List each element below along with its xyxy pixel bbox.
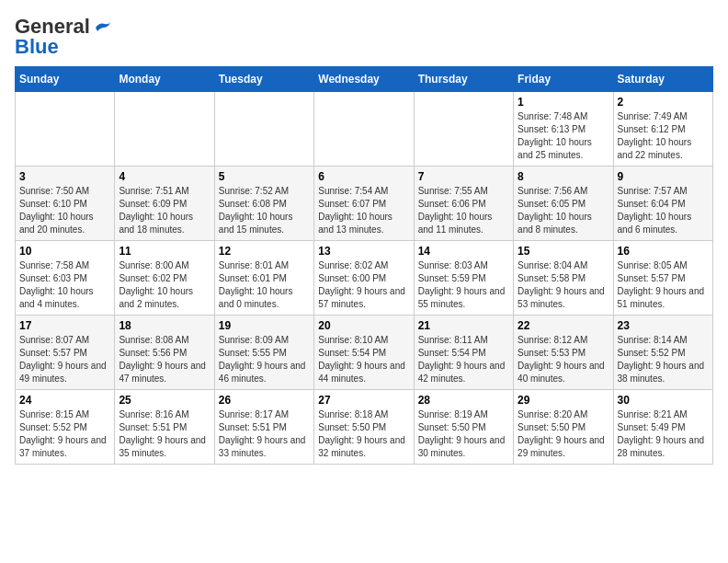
calendar-cell: 14Sunrise: 8:03 AM Sunset: 5:59 PM Dayli… [414, 241, 513, 316]
day-number: 1 [518, 96, 609, 109]
day-number: 8 [518, 170, 609, 183]
calendar-cell: 8Sunrise: 7:56 AM Sunset: 6:05 PM Daylig… [514, 167, 613, 241]
calendar-cell: 7Sunrise: 7:55 AM Sunset: 6:06 PM Daylig… [414, 167, 513, 241]
calendar-cell: 26Sunrise: 8:17 AM Sunset: 5:51 PM Dayli… [214, 390, 313, 465]
day-info: Sunrise: 8:07 AM Sunset: 5:57 PM Dayligh… [19, 334, 110, 385]
calendar-cell: 13Sunrise: 8:02 AM Sunset: 6:00 PM Dayli… [314, 241, 414, 316]
day-info: Sunrise: 8:20 AM Sunset: 5:50 PM Dayligh… [518, 408, 609, 460]
day-number: 21 [418, 319, 509, 332]
calendar-week-row: 3Sunrise: 7:50 AM Sunset: 6:10 PM Daylig… [16, 167, 713, 241]
calendar-cell [414, 92, 513, 167]
calendar-cell [214, 92, 313, 167]
calendar-cell: 17Sunrise: 8:07 AM Sunset: 5:57 PM Dayli… [16, 316, 115, 390]
day-info: Sunrise: 7:58 AM Sunset: 6:03 PM Dayligh… [19, 259, 110, 311]
day-number: 3 [19, 170, 110, 183]
day-number: 26 [219, 394, 310, 407]
calendar-cell: 28Sunrise: 8:19 AM Sunset: 5:50 PM Dayli… [414, 390, 513, 465]
day-info: Sunrise: 8:00 AM Sunset: 6:02 PM Dayligh… [119, 259, 210, 311]
day-number: 25 [119, 394, 210, 407]
day-number: 14 [418, 245, 509, 258]
header: General Blue [15, 15, 713, 59]
day-info: Sunrise: 8:03 AM Sunset: 5:59 PM Dayligh… [418, 259, 509, 311]
calendar-cell: 3Sunrise: 7:50 AM Sunset: 6:10 PM Daylig… [16, 167, 115, 241]
calendar-cell: 9Sunrise: 7:57 AM Sunset: 6:04 PM Daylig… [613, 167, 712, 241]
day-info: Sunrise: 8:17 AM Sunset: 5:51 PM Dayligh… [219, 408, 310, 460]
day-number: 2 [618, 96, 709, 109]
day-number: 22 [518, 319, 609, 332]
day-info: Sunrise: 8:15 AM Sunset: 5:52 PM Dayligh… [19, 408, 110, 460]
day-number: 28 [418, 394, 509, 407]
day-info: Sunrise: 7:54 AM Sunset: 6:07 PM Dayligh… [318, 185, 409, 236]
day-info: Sunrise: 7:50 AM Sunset: 6:10 PM Dayligh… [19, 185, 110, 236]
calendar-cell: 22Sunrise: 8:12 AM Sunset: 5:53 PM Dayli… [514, 316, 613, 390]
day-info: Sunrise: 8:16 AM Sunset: 5:51 PM Dayligh… [119, 408, 210, 460]
day-info: Sunrise: 7:51 AM Sunset: 6:09 PM Dayligh… [119, 185, 210, 236]
day-number: 9 [618, 170, 709, 183]
day-number: 30 [618, 394, 709, 407]
day-number: 20 [318, 319, 409, 332]
calendar-cell: 21Sunrise: 8:11 AM Sunset: 5:54 PM Dayli… [414, 316, 513, 390]
calendar-cell: 18Sunrise: 8:08 AM Sunset: 5:56 PM Dayli… [115, 316, 214, 390]
calendar-week-row: 1Sunrise: 7:48 AM Sunset: 6:13 PM Daylig… [16, 92, 713, 167]
day-number: 4 [119, 170, 210, 183]
day-info: Sunrise: 8:11 AM Sunset: 5:54 PM Dayligh… [418, 334, 509, 385]
day-info: Sunrise: 8:10 AM Sunset: 5:54 PM Dayligh… [318, 334, 409, 385]
day-header-tuesday: Tuesday [214, 67, 313, 92]
calendar-cell: 5Sunrise: 7:52 AM Sunset: 6:08 PM Daylig… [214, 167, 313, 241]
calendar-week-row: 10Sunrise: 7:58 AM Sunset: 6:03 PM Dayli… [16, 241, 713, 316]
day-number: 12 [219, 245, 310, 258]
day-number: 15 [518, 245, 609, 258]
day-number: 17 [19, 319, 110, 332]
calendar-table: SundayMondayTuesdayWednesdayThursdayFrid… [15, 66, 713, 465]
day-number: 10 [19, 245, 110, 258]
day-number: 19 [219, 319, 310, 332]
day-number: 18 [119, 319, 210, 332]
day-info: Sunrise: 8:05 AM Sunset: 5:57 PM Dayligh… [618, 259, 709, 311]
calendar-cell: 25Sunrise: 8:16 AM Sunset: 5:51 PM Dayli… [115, 390, 214, 465]
calendar-cell: 11Sunrise: 8:00 AM Sunset: 6:02 PM Dayli… [115, 241, 214, 316]
day-number: 16 [618, 245, 709, 258]
calendar-cell: 15Sunrise: 8:04 AM Sunset: 5:58 PM Dayli… [514, 241, 613, 316]
calendar-cell: 19Sunrise: 8:09 AM Sunset: 5:55 PM Dayli… [214, 316, 313, 390]
day-header-thursday: Thursday [414, 67, 513, 92]
day-info: Sunrise: 8:01 AM Sunset: 6:01 PM Dayligh… [219, 259, 310, 311]
day-header-friday: Friday [514, 67, 613, 92]
day-info: Sunrise: 8:02 AM Sunset: 6:00 PM Dayligh… [318, 259, 409, 311]
logo-blue: Blue [15, 35, 59, 59]
day-number: 23 [618, 319, 709, 332]
calendar-cell [115, 92, 214, 167]
day-info: Sunrise: 7:55 AM Sunset: 6:06 PM Dayligh… [418, 185, 509, 236]
day-info: Sunrise: 8:04 AM Sunset: 5:58 PM Dayligh… [518, 259, 609, 311]
calendar-cell: 27Sunrise: 8:18 AM Sunset: 5:50 PM Dayli… [314, 390, 414, 465]
calendar-cell: 16Sunrise: 8:05 AM Sunset: 5:57 PM Dayli… [613, 241, 712, 316]
logo-bird-icon [92, 20, 112, 35]
calendar-cell [314, 92, 414, 167]
day-number: 13 [318, 245, 409, 258]
day-info: Sunrise: 8:18 AM Sunset: 5:50 PM Dayligh… [318, 408, 409, 460]
calendar-cell: 30Sunrise: 8:21 AM Sunset: 5:49 PM Dayli… [613, 390, 712, 465]
day-info: Sunrise: 7:52 AM Sunset: 6:08 PM Dayligh… [219, 185, 310, 236]
calendar-header-row: SundayMondayTuesdayWednesdayThursdayFrid… [16, 67, 713, 92]
day-number: 29 [518, 394, 609, 407]
day-info: Sunrise: 8:21 AM Sunset: 5:49 PM Dayligh… [618, 408, 709, 460]
calendar-cell: 29Sunrise: 8:20 AM Sunset: 5:50 PM Dayli… [514, 390, 613, 465]
day-info: Sunrise: 8:12 AM Sunset: 5:53 PM Dayligh… [518, 334, 609, 385]
calendar-cell: 6Sunrise: 7:54 AM Sunset: 6:07 PM Daylig… [314, 167, 414, 241]
day-number: 11 [119, 245, 210, 258]
day-info: Sunrise: 7:56 AM Sunset: 6:05 PM Dayligh… [518, 185, 609, 236]
day-header-saturday: Saturday [613, 67, 712, 92]
calendar-week-row: 24Sunrise: 8:15 AM Sunset: 5:52 PM Dayli… [16, 390, 713, 465]
day-info: Sunrise: 7:48 AM Sunset: 6:13 PM Dayligh… [518, 110, 609, 162]
day-header-wednesday: Wednesday [314, 67, 414, 92]
day-info: Sunrise: 8:14 AM Sunset: 5:52 PM Dayligh… [618, 334, 709, 385]
calendar-cell: 1Sunrise: 7:48 AM Sunset: 6:13 PM Daylig… [514, 92, 613, 167]
day-info: Sunrise: 7:49 AM Sunset: 6:12 PM Dayligh… [618, 110, 709, 162]
calendar-week-row: 17Sunrise: 8:07 AM Sunset: 5:57 PM Dayli… [16, 316, 713, 390]
calendar-cell: 24Sunrise: 8:15 AM Sunset: 5:52 PM Dayli… [16, 390, 115, 465]
logo: General Blue [15, 15, 112, 59]
calendar-cell: 23Sunrise: 8:14 AM Sunset: 5:52 PM Dayli… [613, 316, 712, 390]
day-info: Sunrise: 8:08 AM Sunset: 5:56 PM Dayligh… [119, 334, 210, 385]
day-number: 5 [219, 170, 310, 183]
day-header-monday: Monday [115, 67, 214, 92]
calendar-cell: 10Sunrise: 7:58 AM Sunset: 6:03 PM Dayli… [16, 241, 115, 316]
